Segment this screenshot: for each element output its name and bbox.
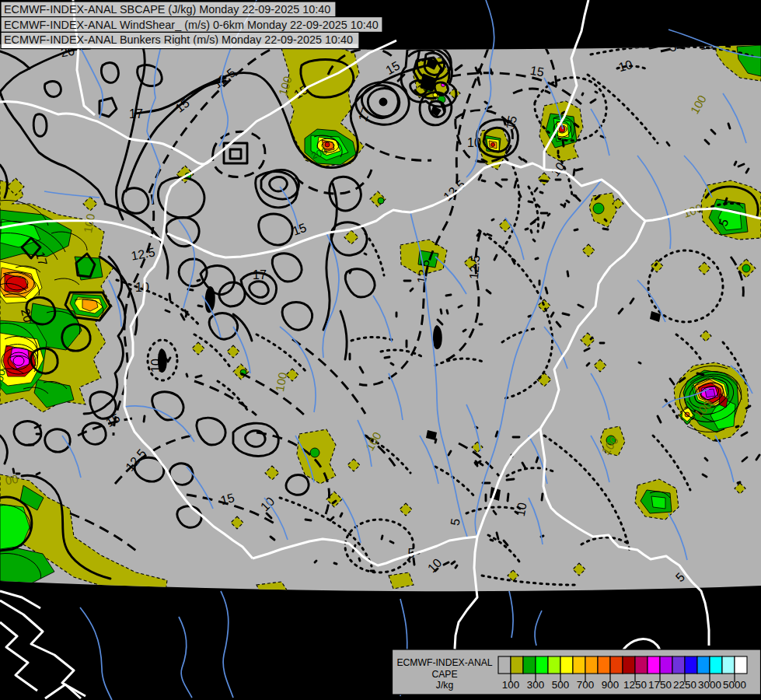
svg-text:CAPE: CAPE bbox=[431, 669, 457, 680]
svg-text:15: 15 bbox=[699, 37, 714, 52]
svg-text:10: 10 bbox=[467, 136, 481, 149]
svg-text:17: 17 bbox=[129, 107, 143, 121]
svg-text:10: 10 bbox=[149, 359, 162, 373]
svg-text:15: 15 bbox=[529, 64, 546, 79]
svg-text:ECMWF-INDEX-ANAL SBCAPE (J/kg): ECMWF-INDEX-ANAL SBCAPE (J/kg) Monday 22… bbox=[4, 3, 330, 16]
svg-text:00: 00 bbox=[4, 472, 19, 488]
svg-text:17: 17 bbox=[253, 268, 267, 282]
svg-text:J/kg: J/kg bbox=[436, 680, 453, 691]
svg-text:ECMWF-INDEX-ANAL: ECMWF-INDEX-ANAL bbox=[396, 657, 492, 668]
svg-text:10: 10 bbox=[135, 281, 149, 294]
svg-text:5: 5 bbox=[670, 40, 677, 54]
svg-text:ECMWF-INDEX-ANAL WindShear_ (m: ECMWF-INDEX-ANAL WindShear_ (m/s) 0-6km … bbox=[4, 19, 379, 31]
svg-text:12.5: 12.5 bbox=[467, 254, 483, 280]
svg-text:10: 10 bbox=[514, 502, 529, 518]
